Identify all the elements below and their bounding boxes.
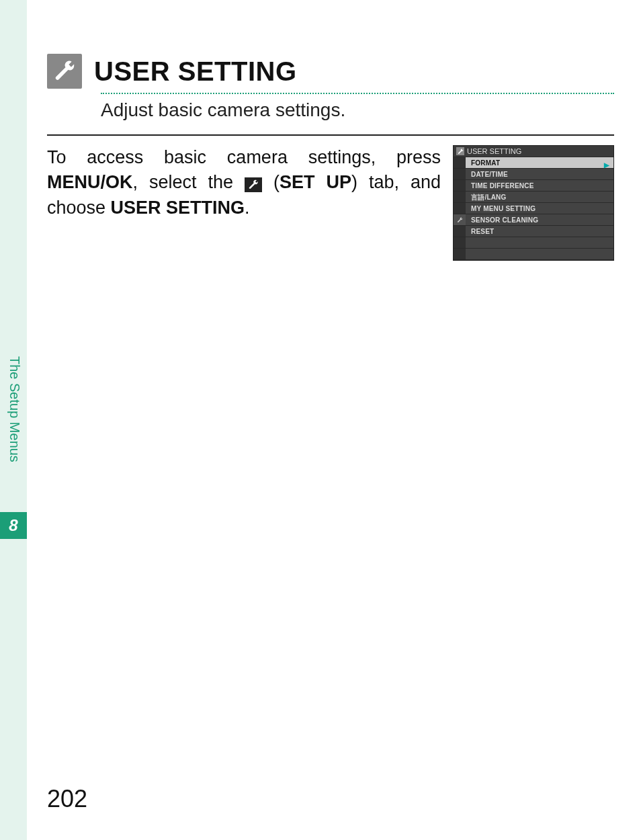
camera-menu-item: DATE/TIME xyxy=(466,169,613,180)
camera-menu-item-label: TIME DIFFERENCE xyxy=(471,182,534,190)
camera-menu-item-label: DATE/TIME xyxy=(471,171,508,178)
camera-menu-item-label: RESET xyxy=(471,228,494,235)
camera-tab xyxy=(454,157,466,169)
camera-tab xyxy=(454,169,466,180)
left-sidebar: The Setup Menus 8 xyxy=(0,0,27,840)
wrench-small-icon xyxy=(456,147,464,155)
camera-tab xyxy=(454,237,466,249)
camera-menu-item-label: FORMAT xyxy=(471,159,500,167)
body-part1: To access basic camera settings, press xyxy=(47,147,441,167)
content-area: USER SETTING Adjust basic camera setting… xyxy=(47,54,614,261)
camera-menu-list: FORMAT▶ DATE/TIME TIME DIFFERENCE 言語/LAN… xyxy=(466,157,613,260)
camera-menu-item-label: SENSOR CLEANING xyxy=(471,216,538,224)
camera-menu-item xyxy=(466,249,613,260)
setup-label: SET UP xyxy=(280,172,351,192)
camera-menu-item: 言語/LANG xyxy=(466,192,613,203)
camera-menu-screenshot: USER SETTING xyxy=(453,145,614,261)
page-number: 202 xyxy=(47,785,87,813)
camera-tab xyxy=(454,180,466,192)
manual-page: The Setup Menus 8 USER SETTING Adjust ba… xyxy=(0,0,641,840)
camera-menu-body: FORMAT▶ DATE/TIME TIME DIFFERENCE 言語/LAN… xyxy=(454,157,613,260)
camera-menu-item xyxy=(466,237,613,249)
camera-menu-tabs xyxy=(454,157,466,260)
horizontal-rule xyxy=(47,134,614,136)
chapter-label: The Setup Menus xyxy=(5,356,22,497)
camera-menu-header: USER SETTING xyxy=(454,146,613,157)
camera-menu-item: SENSOR CLEANING xyxy=(466,214,613,226)
menu-ok-label: MENU/OK xyxy=(47,172,133,192)
page-title: USER SETTING xyxy=(94,56,297,87)
body-text: To access basic camera settings, press M… xyxy=(47,145,441,261)
body-part4: . xyxy=(245,198,250,218)
camera-menu-item: RESET xyxy=(466,226,613,237)
body-part2: , select the xyxy=(133,172,245,192)
dotted-divider xyxy=(101,93,614,94)
subtitle: Adjust basic camera settings. xyxy=(101,99,614,121)
camera-tab xyxy=(454,203,466,214)
camera-tab xyxy=(454,249,466,260)
camera-menu-item-label: MY MENU SETTING xyxy=(471,205,536,212)
camera-menu-header-label: USER SETTING xyxy=(467,147,521,155)
wrench-icon xyxy=(47,54,82,89)
title-row: USER SETTING xyxy=(47,54,614,89)
chapter-number-tab: 8 xyxy=(0,512,27,539)
camera-tab xyxy=(454,192,466,203)
camera-tab-setup xyxy=(454,214,466,226)
camera-menu-item-label: 言語/LANG xyxy=(471,194,507,201)
wrench-inline-icon xyxy=(245,177,262,192)
camera-menu-item: FORMAT▶ xyxy=(466,157,613,169)
camera-tab xyxy=(454,226,466,237)
user-setting-label: USER SETTING xyxy=(111,198,245,218)
camera-menu-item: TIME DIFFERENCE xyxy=(466,180,613,192)
camera-menu-item: MY MENU SETTING xyxy=(466,203,613,214)
body-row: To access basic camera settings, press M… xyxy=(47,145,614,261)
